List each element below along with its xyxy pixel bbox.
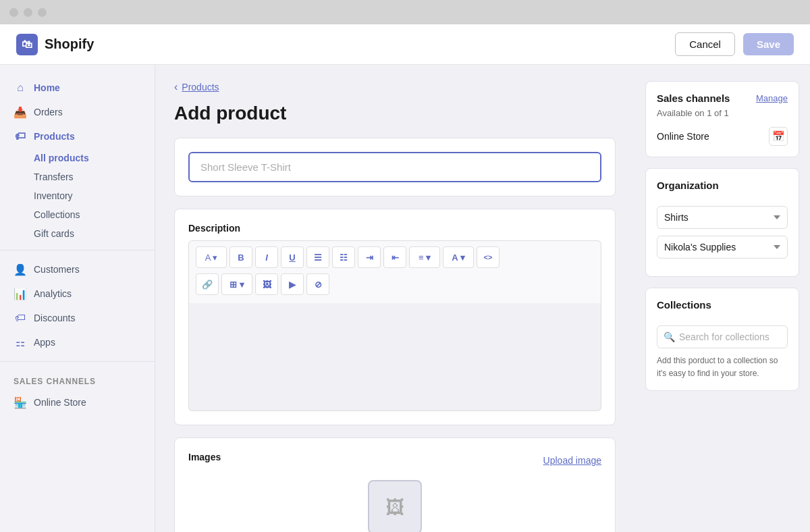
right-panel: Sales channels Manage Available on 1 of … xyxy=(634,65,810,532)
collections-panel-header: Collections xyxy=(657,299,788,311)
toolbar-align-button[interactable]: ≡ ▾ xyxy=(409,246,440,268)
sidebar-sub-gift-cards[interactable]: Gift cards xyxy=(0,224,155,243)
description-card: Description A ▾ B I U ☰ ☷ ⇥ ⇤ ≡ ▾ A ▾ <> xyxy=(174,209,616,425)
organization-title: Organization xyxy=(657,180,719,191)
organization-card: Organization Shirts T-Shirts Tops Outerw… xyxy=(645,168,799,277)
products-icon: 🏷 xyxy=(14,130,27,143)
collections-search-wrap: 🔍 xyxy=(657,325,788,348)
toolbar-font-button[interactable]: A ▾ xyxy=(196,246,227,268)
sidebar-item-apps-label: Apps xyxy=(34,337,55,348)
product-name-input[interactable] xyxy=(188,152,601,182)
cancel-button[interactable]: Cancel xyxy=(675,32,735,56)
sidebar-item-online-store-label: Online Store xyxy=(34,397,86,408)
toolbar-outdent-button[interactable]: ⇤ xyxy=(383,246,406,268)
toolbar-link-button[interactable]: 🔗 xyxy=(196,273,219,295)
upload-image-link[interactable]: Upload image xyxy=(543,455,601,466)
online-store-channel-item: Online Store 📅 xyxy=(657,127,788,146)
sidebar-item-orders[interactable]: 📥 Orders xyxy=(0,100,155,124)
images-card: Images Upload image 🖼 xyxy=(174,437,616,532)
images-header: Images Upload image xyxy=(188,452,601,469)
sidebar-item-customers-label: Customers xyxy=(34,264,80,275)
toolbar-image-button[interactable]: 🖼 xyxy=(255,273,278,295)
rte-toolbar: A ▾ B I U ☰ ☷ ⇥ ⇤ ≡ ▾ A ▾ <> 🔗 ⊞ ▾ 🖼 xyxy=(188,240,601,303)
sidebar-item-customers[interactable]: 👤 Customers xyxy=(0,257,155,282)
organization-header: Organization xyxy=(657,180,788,191)
toolbar-bold-button[interactable]: B xyxy=(230,246,252,268)
toolbar-indent-button[interactable]: ⇥ xyxy=(358,246,381,268)
traffic-light-red[interactable] xyxy=(9,8,18,17)
traffic-light-green[interactable] xyxy=(38,8,47,17)
sidebar-item-discounts[interactable]: 🏷 Discounts xyxy=(0,306,155,330)
sidebar-item-home[interactable]: ⌂ Home xyxy=(0,76,155,100)
customers-icon: 👤 xyxy=(14,263,27,276)
page-title: Add product xyxy=(174,103,616,124)
sidebar-item-products-label: Products xyxy=(34,131,75,142)
collections-search-input[interactable] xyxy=(657,325,788,348)
image-placeholder-icon: 🖼 xyxy=(385,496,404,518)
description-label: Description xyxy=(188,223,601,234)
toolbar-ordered-list-button[interactable]: ☷ xyxy=(332,246,355,268)
sales-channels-header: Sales channels Manage xyxy=(657,92,788,104)
logo: 🛍 Shopify xyxy=(16,34,94,55)
title-bar xyxy=(0,0,810,24)
save-button[interactable]: Save xyxy=(743,33,794,55)
sidebar-sub-collections[interactable]: Collections xyxy=(0,205,155,224)
analytics-icon: 📊 xyxy=(14,287,27,300)
collections-panel-title: Collections xyxy=(657,299,711,311)
sidebar-sub-inventory[interactable]: Inventory xyxy=(0,186,155,205)
breadcrumb-arrow-icon: ‹ xyxy=(174,81,178,93)
sidebar-item-online-store[interactable]: 🏪 Online Store xyxy=(0,390,155,415)
sales-channels-title: Sales channels xyxy=(657,92,730,104)
toolbar-bullet-list-button[interactable]: ☰ xyxy=(306,246,329,268)
logo-icon: 🛍 xyxy=(16,34,38,55)
vendor-select[interactable]: Nikola's Supplies Other Vendor xyxy=(657,236,788,259)
toolbar-code-button[interactable]: <> xyxy=(477,246,500,268)
rte-body[interactable] xyxy=(188,303,601,411)
sidebar-item-discounts-label: Discounts xyxy=(34,313,75,323)
sidebar-item-analytics-label: Analytics xyxy=(34,288,72,299)
discounts-icon: 🏷 xyxy=(14,311,27,325)
main-content: ‹ Products Add product Description A ▾ B… xyxy=(155,65,634,532)
sidebar: ⌂ Home 📥 Orders 🏷 Products All products … xyxy=(0,65,155,532)
sidebar-sub-transfers[interactable]: Transfers xyxy=(0,167,155,186)
breadcrumb: ‹ Products xyxy=(174,81,616,93)
toolbar-underline-button[interactable]: U xyxy=(281,246,304,268)
sales-channels-availability: Available on 1 of 1 xyxy=(657,108,729,118)
traffic-light-yellow[interactable] xyxy=(24,8,32,17)
sidebar-item-home-label: Home xyxy=(34,82,60,93)
sidebar-item-orders-label: Orders xyxy=(34,107,63,117)
toolbar-row-1: A ▾ B I U ☰ ☷ ⇥ ⇤ ≡ ▾ A ▾ <> xyxy=(196,246,500,268)
orders-icon: 📥 xyxy=(14,105,27,119)
collections-card: Collections 🔍 Add this porduct to a coll… xyxy=(645,288,799,391)
collections-search-icon: 🔍 xyxy=(664,331,675,342)
breadcrumb-link[interactable]: Products xyxy=(182,82,219,92)
sidebar-sub-all-products[interactable]: All products xyxy=(0,149,155,167)
sidebar-item-apps[interactable]: ⚏ Apps xyxy=(0,330,155,354)
top-nav: 🛍 Shopify Cancel Save xyxy=(0,24,810,65)
calendar-icon[interactable]: 📅 xyxy=(769,127,788,146)
toolbar-video-button[interactable]: ▶ xyxy=(281,273,304,295)
toolbar-row-2: 🔗 ⊞ ▾ 🖼 ▶ ⊘ xyxy=(196,273,329,295)
toolbar-italic-button[interactable]: I xyxy=(255,246,278,268)
toolbar-clear-button[interactable]: ⊘ xyxy=(306,273,329,295)
product-type-select[interactable]: Shirts T-Shirts Tops Outerwear xyxy=(657,206,788,229)
sidebar-divider xyxy=(0,250,155,250)
toolbar-table-button[interactable]: ⊞ ▾ xyxy=(221,273,252,295)
product-name-card xyxy=(174,138,616,196)
online-store-icon: 🏪 xyxy=(14,396,27,409)
sales-channels-label: Sales Channels xyxy=(0,369,155,390)
top-nav-actions: Cancel Save xyxy=(675,32,794,56)
online-store-channel-label: Online Store xyxy=(657,131,709,142)
app-body: ⌂ Home 📥 Orders 🏷 Products All products … xyxy=(0,65,810,532)
collections-hint: Add this porduct to a collection so it's… xyxy=(657,356,778,378)
apps-icon: ⚏ xyxy=(14,336,27,349)
home-icon: ⌂ xyxy=(14,81,27,95)
logo-text: Shopify xyxy=(45,36,94,52)
images-label: Images xyxy=(188,452,221,462)
toolbar-text-color-button[interactable]: A ▾ xyxy=(443,246,474,268)
sidebar-item-products[interactable]: 🏷 Products xyxy=(0,124,155,149)
manage-link[interactable]: Manage xyxy=(756,93,788,103)
sidebar-item-analytics[interactable]: 📊 Analytics xyxy=(0,282,155,306)
image-placeholder: 🖼 xyxy=(368,480,422,532)
sales-channels-card: Sales channels Manage Available on 1 of … xyxy=(645,81,799,157)
